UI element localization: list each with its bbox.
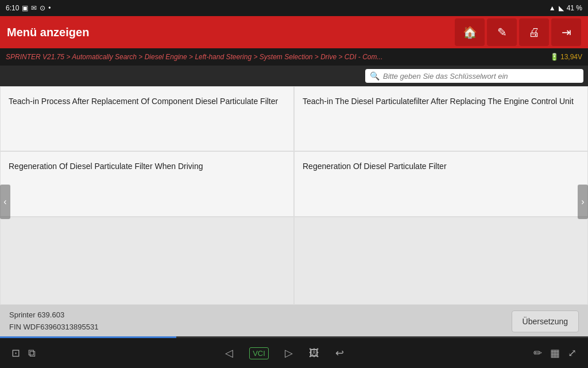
- vehicle-info: Sprinter 639.603 FIN WDF63960313895531: [9, 309, 98, 334]
- status-dot: •: [48, 4, 51, 12]
- grid-empty-1: [0, 217, 294, 305]
- grid-cell-1[interactable]: Teach-in Process After Replacement Of Co…: [0, 86, 294, 151]
- pencil-icon[interactable]: ✏: [533, 347, 542, 359]
- breadcrumb-bar: SPRINTER V21.75 > Automatically Search >…: [0, 48, 588, 66]
- vehicle-model: Sprinter 639.603: [9, 309, 98, 321]
- vci-icon[interactable]: VCI: [249, 347, 269, 359]
- status-right: ▲ ◣ 41 %: [549, 4, 582, 12]
- search-bar: 🔍: [0, 66, 588, 86]
- nav-arrow-right[interactable]: ›: [578, 185, 588, 219]
- vehicle-fin: FIN WDF63960313895531: [9, 321, 98, 334]
- nav-arrow-left[interactable]: ‹: [0, 185, 10, 219]
- layers-icon[interactable]: ⧉: [28, 347, 36, 359]
- nav-bar-center: ◁ VCI ▷ 🖼 ↩: [225, 347, 344, 359]
- grid-empty-2: [294, 217, 588, 305]
- status-time: 6:10: [6, 4, 19, 12]
- status-signal-icon: ◣: [559, 4, 564, 12]
- header: Menü anzeigen 🏠 ✎ 🖨 ⇥: [0, 16, 588, 48]
- print-button[interactable]: 🖨: [519, 18, 549, 46]
- search-icon: 🔍: [370, 71, 380, 80]
- expand-icon[interactable]: ⤢: [568, 347, 577, 359]
- progress-bar-wrap: [0, 336, 588, 338]
- battery-icon: 🔋: [550, 53, 559, 61]
- status-left: 6:10 ▣ ✉ ⊙ •: [6, 4, 51, 12]
- nav-bar-left: ⊡ ⧉: [11, 347, 36, 359]
- search-input-wrap[interactable]: 🔍: [365, 69, 583, 83]
- image-icon[interactable]: 🖼: [309, 347, 319, 359]
- status-sim-icon: ▣: [22, 4, 28, 12]
- progress-bar-fill: [0, 336, 176, 338]
- exit-button[interactable]: ⇥: [551, 18, 581, 46]
- grid-cell-2-text: Teach-in The Diesel Particulatefilter Af…: [303, 96, 574, 108]
- grid-cell-4-text: Regeneration Of Diesel Particulate Filte…: [303, 161, 447, 172]
- status-settings-icon: ⊙: [40, 4, 45, 12]
- grid-cell-1-text: Teach-in Process After Replacement Of Co…: [9, 96, 278, 108]
- home-button[interactable]: 🏠: [455, 18, 485, 46]
- edit-button[interactable]: ✎: [487, 18, 517, 46]
- status-bar: 6:10 ▣ ✉ ⊙ • ▲ ◣ 41 %: [0, 0, 588, 16]
- status-battery: 41 %: [567, 4, 582, 12]
- nav-bar: ⊡ ⧉ ◁ VCI ▷ 🖼 ↩ ✏ ▦ ⤢: [0, 338, 588, 368]
- grid-cell-4[interactable]: Regeneration Of Diesel Particulate Filte…: [294, 151, 588, 216]
- resize-icon[interactable]: ⊡: [11, 347, 20, 359]
- header-icons: 🏠 ✎ 🖨 ⇥: [455, 18, 581, 46]
- ubersetzung-button[interactable]: Übersetzung: [512, 310, 579, 332]
- grid-cell-2[interactable]: Teach-in The Diesel Particulatefilter Af…: [294, 86, 588, 151]
- header-title: Menü anzeigen: [7, 26, 455, 39]
- grid-cell-3-text: Regeneration Of Diesel Particulate Filte…: [9, 161, 203, 172]
- battery-voltage-value: 13,94V: [560, 53, 582, 61]
- picture-icon[interactable]: ▦: [550, 347, 560, 359]
- content-area: ‹ › 🔍 Teach-in Process After Replacement…: [0, 66, 588, 338]
- grid-cell-3[interactable]: Regeneration Of Diesel Particulate Filte…: [0, 151, 294, 216]
- undo-nav-icon[interactable]: ↩: [335, 347, 344, 359]
- battery-voltage: 🔋 13,94V: [550, 53, 582, 61]
- footer: Sprinter 639.603 FIN WDF63960313895531 Ü…: [0, 305, 588, 338]
- forward-nav-icon[interactable]: ▷: [285, 347, 293, 359]
- status-mail-icon: ✉: [31, 4, 37, 12]
- status-wifi-icon: ▲: [549, 4, 556, 12]
- search-input[interactable]: [383, 72, 579, 80]
- nav-bar-right: ✏ ▦ ⤢: [533, 347, 577, 359]
- breadcrumb-text: SPRINTER V21.75 > Automatically Search >…: [6, 53, 546, 61]
- menu-grid: Teach-in Process After Replacement Of Co…: [0, 86, 588, 305]
- app-wrapper: 6:10 ▣ ✉ ⊙ • ▲ ◣ 41 % Menü anzeigen 🏠 ✎ …: [0, 0, 588, 368]
- back-nav-icon[interactable]: ◁: [225, 347, 233, 359]
